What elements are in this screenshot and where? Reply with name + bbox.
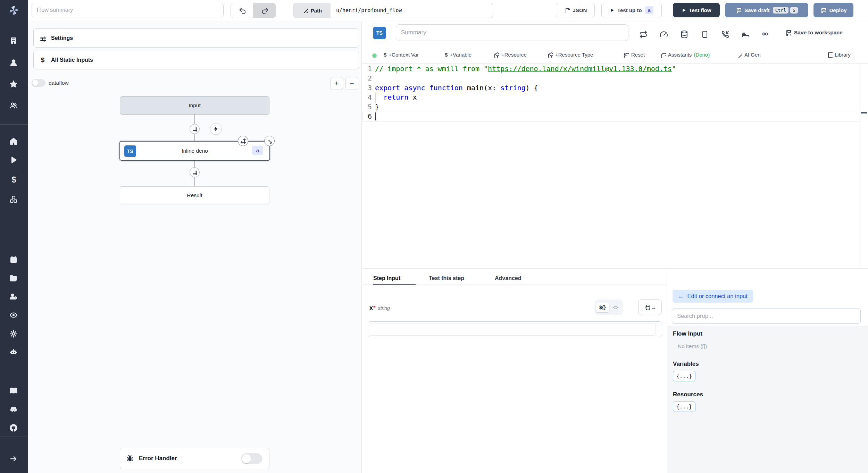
variables-dollar-icon[interactable]: $: [9, 175, 18, 184]
json-button[interactable]: JSON: [556, 3, 595, 17]
path-group: Path: [293, 3, 493, 18]
suspend-phone-icon[interactable]: [721, 30, 729, 38]
tab-test-this-step[interactable]: Test this step: [429, 272, 464, 285]
test-up-to-button[interactable]: Test up to a: [601, 3, 662, 17]
path-label-segment[interactable]: Path: [294, 3, 331, 18]
flow-settings-button[interactable]: Settings: [33, 28, 359, 48]
json-label: JSON: [573, 7, 587, 13]
user-group-icon[interactable]: [9, 101, 18, 110]
flow-result-node[interactable]: Result: [120, 186, 269, 204]
overview-ruler-cursor-mark: [861, 112, 867, 113]
flow-step-node-selected[interactable]: TS Inline deno a: [119, 141, 270, 161]
tab-test-this-step-label: Test this step: [429, 275, 464, 281]
dataflow-toggle[interactable]: [32, 79, 45, 87]
add-resource-label: +Resource: [501, 52, 527, 58]
arg-input-outer: [368, 321, 662, 337]
favorites-star-icon[interactable]: [9, 80, 18, 89]
expand-arrow-icon[interactable]: [9, 455, 18, 464]
add-resource-type-button[interactable]: +Resource Type: [547, 52, 593, 58]
ai-gen-button[interactable]: AI Gen: [736, 52, 761, 58]
move-icon: [240, 138, 246, 144]
book-icon: [827, 52, 833, 58]
code-lines: // import * as wmill from "https://deno.…: [375, 64, 676, 121]
sliders-icon: [39, 35, 46, 42]
arg-name: x: [369, 304, 373, 312]
error-handler-toggle[interactable]: [241, 453, 262, 464]
undo-button[interactable]: [231, 3, 253, 18]
folders-icon[interactable]: [9, 274, 18, 283]
edit-or-connect-button[interactable]: ← Edit or connect an input: [673, 290, 753, 303]
search-prop-input[interactable]: [672, 308, 861, 324]
tab-advanced[interactable]: Advanced: [495, 272, 521, 285]
workspace-icon[interactable]: [9, 36, 18, 45]
insert-step-after-button[interactable]: [190, 167, 200, 177]
retries-icon[interactable]: [639, 30, 647, 38]
user-icon[interactable]: [9, 59, 18, 68]
add-variable-button[interactable]: $ +Variable: [445, 52, 471, 58]
rotate-ccw-icon: [623, 52, 629, 58]
arg-value-input[interactable]: [370, 323, 656, 336]
add-context-var-button[interactable]: $ +Context Var: [384, 52, 419, 58]
github-icon[interactable]: [9, 424, 18, 433]
all-static-inputs-button[interactable]: $ All Static Inputs: [33, 51, 359, 69]
deploy-button[interactable]: Deploy: [813, 3, 853, 17]
code-editor[interactable]: 123456 // import * as wmill from "https:…: [362, 64, 860, 268]
zoom-in-button[interactable]: +: [330, 77, 343, 90]
connect-sections: Flow Input No items ([]) Variables {...}…: [667, 326, 868, 473]
test-up-to-label: Test up to: [617, 7, 642, 13]
add-context-var-label: +Context Var: [389, 52, 419, 58]
add-resource-button[interactable]: +Resource: [493, 52, 527, 58]
wand-icon: [736, 52, 742, 58]
schedules-calendar-icon[interactable]: [9, 255, 18, 264]
runs-play-icon[interactable]: [9, 156, 18, 165]
zoom-out-button[interactable]: −: [345, 77, 358, 90]
error-handler-row[interactable]: Error Handler: [120, 448, 269, 469]
code-mode-segment[interactable]: <>: [609, 303, 622, 312]
topbar: Path JSON Test up to a Test flow Save dr…: [28, 0, 868, 21]
concurrency-gauge-icon[interactable]: [660, 30, 668, 38]
reset-button[interactable]: Reset: [623, 52, 645, 58]
library-button[interactable]: Library: [827, 52, 851, 58]
connect-input-plug-button[interactable]: →: [638, 299, 662, 315]
insert-trigger-button[interactable]: [210, 123, 222, 135]
sidebar: $: [0, 0, 28, 473]
cache-database-icon[interactable]: [680, 30, 688, 38]
variables-object-chip[interactable]: {...}: [673, 371, 695, 381]
early-stop-square-icon[interactable]: [701, 30, 709, 38]
discord-icon[interactable]: [9, 405, 18, 414]
groups-gear-icon[interactable]: [9, 293, 18, 302]
windmill-logo[interactable]: [8, 4, 20, 17]
path-input[interactable]: [331, 3, 493, 18]
audit-eye-icon[interactable]: [9, 311, 18, 320]
test-flow-button[interactable]: Test flow: [673, 3, 720, 17]
home-icon[interactable]: [9, 137, 18, 146]
sleep-bed-icon[interactable]: [742, 30, 750, 38]
delete-step-button[interactable]: [264, 136, 275, 146]
assistants-button[interactable]: Assistants (Deno): [660, 52, 710, 58]
summary-input[interactable]: [396, 24, 628, 41]
dollar-icon: $: [39, 56, 46, 64]
redo-button[interactable]: [253, 3, 275, 18]
flow-input-node[interactable]: Input: [120, 96, 269, 115]
move-step-button[interactable]: [238, 136, 248, 146]
tab-step-input[interactable]: Step Input: [373, 272, 400, 285]
flow-summary-input[interactable]: [32, 3, 224, 17]
template-mode-segment[interactable]: ${}: [596, 303, 609, 312]
resources-object-chip[interactable]: {...}: [673, 402, 695, 412]
play-icon: [682, 8, 686, 12]
save-to-workspace-button[interactable]: Save to workspace: [785, 29, 843, 36]
docs-book-icon[interactable]: [9, 387, 18, 396]
text-cursor: [375, 112, 376, 120]
shared-directory-infinity-icon[interactable]: ∞: [762, 29, 768, 39]
save-draft-button[interactable]: Save draft Ctrl S: [725, 3, 808, 17]
dollar-icon: $: [384, 52, 386, 58]
resources-cubes-icon[interactable]: [9, 195, 18, 204]
workers-robot-icon[interactable]: [9, 348, 18, 357]
add-resource-type-label: +Resource Type: [555, 52, 593, 58]
plus-icon: [192, 170, 197, 175]
settings-gear-icon[interactable]: [9, 330, 18, 339]
arg-mode-toggle[interactable]: ${} <>: [595, 299, 623, 315]
plug-arrow-glyph: →: [651, 304, 657, 311]
plus-icon: [192, 126, 197, 132]
insert-step-button[interactable]: [190, 124, 200, 134]
